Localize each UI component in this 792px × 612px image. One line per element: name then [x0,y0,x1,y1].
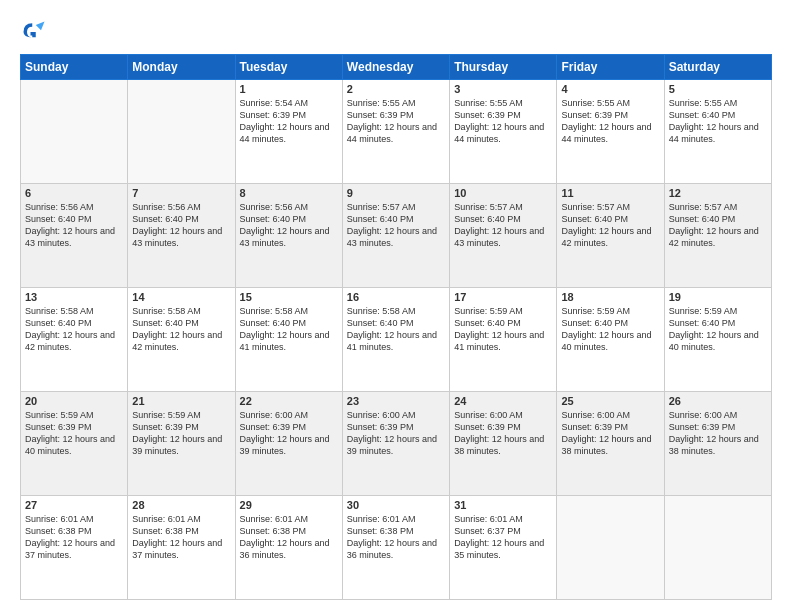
day-number: 16 [347,291,445,303]
weekday-header-tuesday: Tuesday [235,55,342,80]
weekday-header-friday: Friday [557,55,664,80]
calendar-cell [128,80,235,184]
calendar-cell: 14Sunrise: 5:58 AM Sunset: 6:40 PM Dayli… [128,288,235,392]
calendar-cell: 7Sunrise: 5:56 AM Sunset: 6:40 PM Daylig… [128,184,235,288]
cell-daylight-info: Sunrise: 5:56 AM Sunset: 6:40 PM Dayligh… [25,201,123,250]
cell-daylight-info: Sunrise: 5:55 AM Sunset: 6:39 PM Dayligh… [561,97,659,146]
calendar-cell: 1Sunrise: 5:54 AM Sunset: 6:39 PM Daylig… [235,80,342,184]
day-number: 13 [25,291,123,303]
cell-daylight-info: Sunrise: 5:57 AM Sunset: 6:40 PM Dayligh… [669,201,767,250]
week-row-5: 27Sunrise: 6:01 AM Sunset: 6:38 PM Dayli… [21,496,772,600]
cell-daylight-info: Sunrise: 5:57 AM Sunset: 6:40 PM Dayligh… [561,201,659,250]
calendar-cell: 11Sunrise: 5:57 AM Sunset: 6:40 PM Dayli… [557,184,664,288]
cell-daylight-info: Sunrise: 6:00 AM Sunset: 6:39 PM Dayligh… [240,409,338,458]
logo-icon [20,18,48,46]
calendar-cell: 8Sunrise: 5:56 AM Sunset: 6:40 PM Daylig… [235,184,342,288]
logo [20,18,52,46]
calendar-cell: 2Sunrise: 5:55 AM Sunset: 6:39 PM Daylig… [342,80,449,184]
week-row-4: 20Sunrise: 5:59 AM Sunset: 6:39 PM Dayli… [21,392,772,496]
calendar-cell: 25Sunrise: 6:00 AM Sunset: 6:39 PM Dayli… [557,392,664,496]
cell-daylight-info: Sunrise: 5:56 AM Sunset: 6:40 PM Dayligh… [132,201,230,250]
cell-daylight-info: Sunrise: 6:00 AM Sunset: 6:39 PM Dayligh… [561,409,659,458]
calendar-cell: 21Sunrise: 5:59 AM Sunset: 6:39 PM Dayli… [128,392,235,496]
calendar-cell: 22Sunrise: 6:00 AM Sunset: 6:39 PM Dayli… [235,392,342,496]
day-number: 6 [25,187,123,199]
cell-daylight-info: Sunrise: 6:00 AM Sunset: 6:39 PM Dayligh… [347,409,445,458]
day-number: 10 [454,187,552,199]
cell-daylight-info: Sunrise: 5:58 AM Sunset: 6:40 PM Dayligh… [240,305,338,354]
day-number: 11 [561,187,659,199]
calendar-cell: 6Sunrise: 5:56 AM Sunset: 6:40 PM Daylig… [21,184,128,288]
cell-daylight-info: Sunrise: 5:56 AM Sunset: 6:40 PM Dayligh… [240,201,338,250]
week-row-2: 6Sunrise: 5:56 AM Sunset: 6:40 PM Daylig… [21,184,772,288]
cell-daylight-info: Sunrise: 6:01 AM Sunset: 6:38 PM Dayligh… [132,513,230,562]
week-row-3: 13Sunrise: 5:58 AM Sunset: 6:40 PM Dayli… [21,288,772,392]
header [20,18,772,46]
day-number: 8 [240,187,338,199]
cell-daylight-info: Sunrise: 6:01 AM Sunset: 6:38 PM Dayligh… [347,513,445,562]
day-number: 30 [347,499,445,511]
calendar-cell: 29Sunrise: 6:01 AM Sunset: 6:38 PM Dayli… [235,496,342,600]
day-number: 24 [454,395,552,407]
calendar-cell: 31Sunrise: 6:01 AM Sunset: 6:37 PM Dayli… [450,496,557,600]
cell-daylight-info: Sunrise: 5:57 AM Sunset: 6:40 PM Dayligh… [454,201,552,250]
calendar-cell: 16Sunrise: 5:58 AM Sunset: 6:40 PM Dayli… [342,288,449,392]
day-number: 4 [561,83,659,95]
cell-daylight-info: Sunrise: 6:01 AM Sunset: 6:37 PM Dayligh… [454,513,552,562]
cell-daylight-info: Sunrise: 5:59 AM Sunset: 6:40 PM Dayligh… [561,305,659,354]
calendar-cell: 24Sunrise: 6:00 AM Sunset: 6:39 PM Dayli… [450,392,557,496]
cell-daylight-info: Sunrise: 6:01 AM Sunset: 6:38 PM Dayligh… [25,513,123,562]
day-number: 15 [240,291,338,303]
calendar-cell: 10Sunrise: 5:57 AM Sunset: 6:40 PM Dayli… [450,184,557,288]
calendar-cell: 15Sunrise: 5:58 AM Sunset: 6:40 PM Dayli… [235,288,342,392]
cell-daylight-info: Sunrise: 5:55 AM Sunset: 6:39 PM Dayligh… [347,97,445,146]
cell-daylight-info: Sunrise: 5:55 AM Sunset: 6:39 PM Dayligh… [454,97,552,146]
calendar-cell: 23Sunrise: 6:00 AM Sunset: 6:39 PM Dayli… [342,392,449,496]
calendar-cell: 4Sunrise: 5:55 AM Sunset: 6:39 PM Daylig… [557,80,664,184]
weekday-header-thursday: Thursday [450,55,557,80]
cell-daylight-info: Sunrise: 5:58 AM Sunset: 6:40 PM Dayligh… [347,305,445,354]
day-number: 9 [347,187,445,199]
day-number: 2 [347,83,445,95]
calendar-cell: 20Sunrise: 5:59 AM Sunset: 6:39 PM Dayli… [21,392,128,496]
calendar-cell: 26Sunrise: 6:00 AM Sunset: 6:39 PM Dayli… [664,392,771,496]
weekday-header-sunday: Sunday [21,55,128,80]
day-number: 22 [240,395,338,407]
day-number: 3 [454,83,552,95]
day-number: 17 [454,291,552,303]
cell-daylight-info: Sunrise: 5:58 AM Sunset: 6:40 PM Dayligh… [132,305,230,354]
day-number: 12 [669,187,767,199]
calendar-cell: 17Sunrise: 5:59 AM Sunset: 6:40 PM Dayli… [450,288,557,392]
day-number: 25 [561,395,659,407]
weekday-header-wednesday: Wednesday [342,55,449,80]
day-number: 31 [454,499,552,511]
cell-daylight-info: Sunrise: 5:57 AM Sunset: 6:40 PM Dayligh… [347,201,445,250]
calendar-cell [21,80,128,184]
calendar-cell [557,496,664,600]
week-row-1: 1Sunrise: 5:54 AM Sunset: 6:39 PM Daylig… [21,80,772,184]
cell-daylight-info: Sunrise: 5:58 AM Sunset: 6:40 PM Dayligh… [25,305,123,354]
calendar-cell: 12Sunrise: 5:57 AM Sunset: 6:40 PM Dayli… [664,184,771,288]
cell-daylight-info: Sunrise: 5:59 AM Sunset: 6:39 PM Dayligh… [25,409,123,458]
calendar-cell: 5Sunrise: 5:55 AM Sunset: 6:40 PM Daylig… [664,80,771,184]
day-number: 18 [561,291,659,303]
day-number: 26 [669,395,767,407]
calendar-cell: 3Sunrise: 5:55 AM Sunset: 6:39 PM Daylig… [450,80,557,184]
day-number: 21 [132,395,230,407]
day-number: 19 [669,291,767,303]
calendar-cell: 9Sunrise: 5:57 AM Sunset: 6:40 PM Daylig… [342,184,449,288]
day-number: 28 [132,499,230,511]
page: SundayMondayTuesdayWednesdayThursdayFrid… [0,0,792,612]
calendar-cell [664,496,771,600]
day-number: 7 [132,187,230,199]
cell-daylight-info: Sunrise: 5:55 AM Sunset: 6:40 PM Dayligh… [669,97,767,146]
day-number: 20 [25,395,123,407]
weekday-header-row: SundayMondayTuesdayWednesdayThursdayFrid… [21,55,772,80]
cell-daylight-info: Sunrise: 5:59 AM Sunset: 6:39 PM Dayligh… [132,409,230,458]
weekday-header-saturday: Saturday [664,55,771,80]
cell-daylight-info: Sunrise: 6:01 AM Sunset: 6:38 PM Dayligh… [240,513,338,562]
day-number: 1 [240,83,338,95]
weekday-header-monday: Monday [128,55,235,80]
calendar-cell: 19Sunrise: 5:59 AM Sunset: 6:40 PM Dayli… [664,288,771,392]
calendar-cell: 28Sunrise: 6:01 AM Sunset: 6:38 PM Dayli… [128,496,235,600]
